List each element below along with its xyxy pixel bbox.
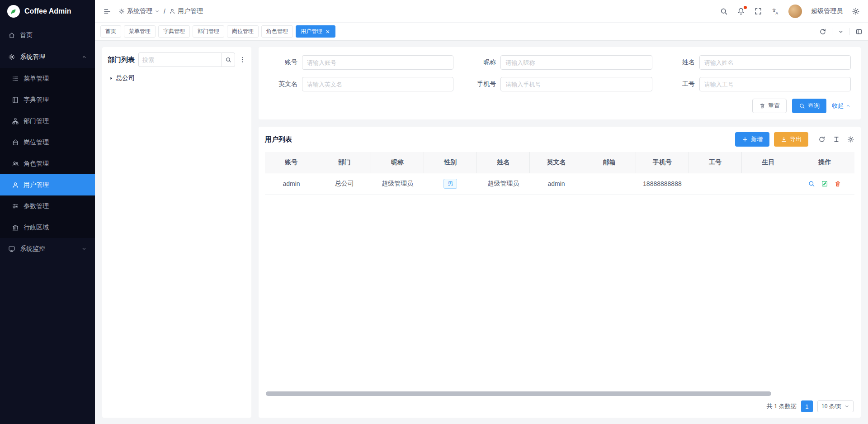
book-icon (12, 96, 19, 104)
table-action-buttons: 新增 导出 (735, 132, 854, 147)
table-settings-gear-icon[interactable] (847, 136, 854, 143)
account-input[interactable] (302, 55, 453, 70)
avatar[interactable] (788, 5, 802, 18)
cell-dept: 总公司 (318, 173, 371, 195)
sidebar-item-label: 参数管理 (24, 202, 49, 210)
collapse-filter-link[interactable]: 收起 (832, 102, 851, 110)
horizontal-scrollbar-thumb[interactable] (266, 391, 771, 396)
column-header: 手机号 (636, 152, 689, 173)
field-label: 账号 (269, 58, 297, 67)
tab-user-management[interactable]: 用户管理 (296, 25, 335, 38)
sidebar-item-label: 用户管理 (24, 181, 49, 189)
sidebar-item-param-management[interactable]: 参数管理 (0, 195, 95, 217)
export-button[interactable]: 导出 (774, 132, 808, 147)
main-area: 系统管理 / 用户管理 超级管理员 首页 菜单管理 字典管理 部门管理 岗位管理… (95, 0, 868, 424)
row-actions (796, 180, 854, 187)
more-options-icon[interactable] (239, 56, 246, 63)
sidebar-item-role-management[interactable]: 角色管理 (0, 153, 95, 174)
layout-panel-icon[interactable] (849, 28, 863, 35)
sidebar-item-system-monitor[interactable]: 系统监控 (0, 238, 95, 260)
name-input[interactable] (699, 55, 851, 70)
dept-search-input[interactable] (138, 52, 222, 67)
settings-gear-icon[interactable] (852, 7, 860, 15)
cell-email (583, 173, 636, 195)
breadcrumb-user-management[interactable]: 用户管理 (169, 7, 203, 15)
english-name-input[interactable] (302, 77, 453, 91)
fullscreen-icon[interactable] (754, 7, 762, 15)
tree-node-root[interactable]: 总公司 (108, 72, 246, 84)
refresh-icon[interactable] (818, 136, 826, 143)
sidebar-item-menu-management[interactable]: 菜单管理 (0, 68, 95, 89)
search-icon[interactable] (720, 7, 728, 15)
dept-search-group (138, 52, 235, 67)
monitor-icon (8, 245, 15, 252)
job-number-input[interactable] (699, 77, 851, 91)
badge-icon (12, 139, 19, 146)
logo: Coffee Admin (0, 0, 95, 23)
bank-icon (12, 224, 19, 231)
add-button-label: 新增 (751, 135, 763, 143)
topbar-actions: 超级管理员 (720, 5, 860, 18)
cell-english-name: admin (530, 173, 583, 195)
sidebar-item-post-management[interactable]: 岗位管理 (0, 132, 95, 153)
delete-trash-icon[interactable] (834, 180, 841, 187)
tree-node-label: 总公司 (116, 74, 135, 82)
collapse-sidebar-button[interactable] (103, 7, 111, 15)
user-list-card: 用户列表 新增 导出 (259, 127, 861, 418)
column-header: 生日 (742, 152, 795, 173)
org-tree-icon (12, 118, 19, 125)
pagination-page-1[interactable]: 1 (801, 400, 813, 412)
tab-dept-management[interactable]: 部门管理 (193, 25, 224, 38)
sidebar-item-label: 岗位管理 (24, 138, 49, 147)
tab-label: 部门管理 (198, 28, 219, 35)
notification-bell-icon[interactable] (737, 7, 745, 15)
view-magnifier-icon[interactable] (808, 180, 815, 187)
username[interactable]: 超级管理员 (811, 7, 843, 15)
breadcrumb-system-management[interactable]: 系统管理 (118, 7, 160, 15)
sidebar-item-user-management[interactable]: 用户管理 (0, 174, 95, 195)
column-header: 邮箱 (583, 152, 636, 173)
chevron-down-icon (155, 9, 160, 14)
close-icon[interactable] (325, 29, 330, 34)
tab-menu-management[interactable]: 菜单管理 (124, 25, 156, 38)
dept-search-button[interactable] (222, 52, 235, 67)
cell-nickname: 超级管理员 (371, 173, 424, 195)
tab-home[interactable]: 首页 (100, 25, 121, 38)
people-icon (12, 160, 19, 167)
caret-right-icon[interactable] (108, 76, 114, 81)
tab-role-management[interactable]: 角色管理 (261, 25, 293, 38)
field-label: 工号 (666, 80, 695, 88)
field-label: 手机号 (467, 80, 496, 88)
column-header: 工号 (689, 152, 742, 173)
field-job-number: 工号 (666, 77, 851, 91)
content: 部门列表 总公司 账号 (95, 41, 868, 424)
page-size-select[interactable]: 10 条/页 (817, 400, 854, 412)
translate-icon[interactable] (771, 7, 779, 15)
sidebar-submenu-system: 菜单管理 字典管理 部门管理 岗位管理 角色管理 用户管理 (0, 68, 95, 238)
sidebar-item-system-management[interactable]: 系统管理 (0, 46, 95, 68)
dept-panel-header: 部门列表 (108, 52, 246, 67)
tab-post-management[interactable]: 岗位管理 (227, 25, 259, 38)
query-button[interactable]: 查询 (792, 99, 826, 113)
column-settings-icon[interactable] (833, 136, 840, 143)
coffee-logo-icon (7, 5, 20, 18)
phone-input[interactable] (500, 77, 652, 91)
filter-actions: 重置 查询 收起 (269, 99, 851, 113)
edit-icon[interactable] (821, 180, 828, 187)
cell-account: admin (265, 173, 318, 195)
sidebar-item-label: 角色管理 (24, 160, 49, 168)
chevron-down-icon (81, 246, 87, 252)
sidebar-item-dict-management[interactable]: 字典管理 (0, 89, 95, 110)
cell-phone: 18888888888 (636, 173, 689, 195)
nickname-input[interactable] (500, 55, 652, 70)
add-button[interactable]: 新增 (735, 132, 769, 147)
sidebar-item-home[interactable]: 首页 (0, 24, 95, 46)
sidebar-item-admin-region[interactable]: 行政区域 (0, 217, 95, 238)
tabs-dropdown-chevron-icon[interactable] (838, 29, 844, 35)
right-column: 账号 昵称 姓名 英文名 (259, 47, 861, 418)
sidebar-item-dept-management[interactable]: 部门管理 (0, 110, 95, 132)
refresh-icon[interactable] (819, 28, 826, 35)
reset-button[interactable]: 重置 (752, 99, 787, 113)
tab-dict-management[interactable]: 字典管理 (158, 25, 190, 38)
sidebar-item-label: 系统管理 (20, 53, 45, 61)
